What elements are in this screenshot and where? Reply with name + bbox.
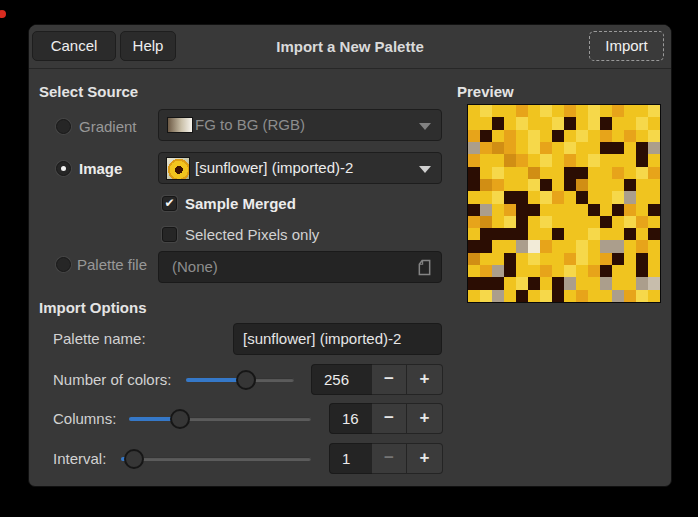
plus-button[interactable]: + — [407, 364, 443, 395]
preview-pixel — [504, 142, 516, 154]
preview-pixel — [516, 117, 528, 129]
preview-pixel — [564, 265, 576, 277]
number-of-colors-slider[interactable] — [186, 370, 294, 390]
preview-pixel — [468, 277, 480, 289]
preview-pixel — [540, 204, 552, 216]
palette-file-entry[interactable]: (None) — [158, 251, 442, 283]
slider-thumb[interactable] — [124, 449, 144, 469]
preview-pixel — [564, 240, 576, 252]
preview-pixel — [504, 265, 516, 277]
help-button[interactable]: Help — [120, 31, 176, 61]
slider-track[interactable] — [121, 457, 311, 461]
preview-pixel — [636, 167, 648, 179]
preview-pixel — [492, 216, 504, 228]
image-radio[interactable] — [56, 161, 71, 176]
preview-pixel — [468, 154, 480, 166]
gradient-select[interactable]: FG to BG (RGB) — [158, 109, 442, 141]
preview-pixel — [468, 179, 480, 191]
interval-slider[interactable] — [121, 449, 311, 469]
preview-heading: Preview — [457, 83, 514, 101]
preview-pixel — [624, 265, 636, 277]
plus-button[interactable]: + — [407, 403, 443, 434]
preview-pixel — [552, 117, 564, 129]
preview-pixel — [492, 204, 504, 216]
preview-pixel-grid — [468, 105, 660, 302]
columns-slider[interactable] — [129, 409, 311, 429]
preview-pixel — [600, 277, 612, 289]
preview-pixel — [576, 240, 588, 252]
preview-pixel — [468, 105, 480, 117]
preview-pixel — [540, 179, 552, 191]
preview-pixel — [576, 142, 588, 154]
plus-button[interactable]: + — [407, 443, 443, 474]
file-icon[interactable] — [417, 259, 432, 276]
preview-pixel — [480, 105, 492, 117]
cancel-button[interactable]: Cancel — [32, 31, 116, 61]
screen: Cancel Help Import a New Palette Import … — [0, 0, 698, 517]
preview-pixel — [612, 142, 624, 154]
preview-pixel — [588, 130, 600, 142]
preview-pixel — [636, 117, 648, 129]
columns-value[interactable]: 16 — [329, 403, 372, 434]
number-of-colors-value[interactable]: 256 — [311, 364, 372, 395]
preview-pixel — [528, 228, 540, 240]
preview-pixel — [648, 253, 660, 265]
preview-pixel — [552, 130, 564, 142]
preview-pixel — [648, 265, 660, 277]
preview-pixel — [468, 216, 480, 228]
preview-pixel — [576, 130, 588, 142]
image-select[interactable]: [sunflower] (imported)-2 — [158, 152, 442, 184]
gradient-swatch-icon — [167, 117, 193, 133]
preview-pixel — [492, 142, 504, 154]
preview-pixel — [540, 130, 552, 142]
gradient-radio[interactable] — [56, 119, 71, 134]
gradient-radio-label[interactable]: Gradient — [79, 118, 137, 136]
image-radio-label[interactable]: Image — [79, 160, 122, 178]
preview-pixel — [480, 154, 492, 166]
preview-pixel — [576, 154, 588, 166]
preview-pixel — [528, 130, 540, 142]
preview-pixel — [636, 240, 648, 252]
preview-pixel — [600, 167, 612, 179]
preview-pixel — [600, 142, 612, 154]
preview-pixel — [528, 117, 540, 129]
preview-pixel — [624, 105, 636, 117]
selected-pixels-checkbox[interactable] — [162, 227, 177, 242]
slider-thumb[interactable] — [236, 370, 256, 390]
preview-pixel — [468, 167, 480, 179]
palette-file-radio-label[interactable]: Palette file — [77, 256, 147, 274]
preview-pixel — [528, 240, 540, 252]
sample-merged-label[interactable]: Sample Merged — [185, 195, 296, 213]
selected-pixels-label[interactable]: Selected Pixels only — [185, 226, 319, 244]
preview-pixel — [648, 216, 660, 228]
preview-pixel — [552, 191, 564, 203]
palette-file-radio[interactable] — [56, 257, 71, 272]
minus-button[interactable]: − — [372, 443, 407, 474]
import-button[interactable]: Import — [589, 31, 664, 61]
preview-pixel — [600, 117, 612, 129]
preview-pixel — [576, 117, 588, 129]
preview-pixel — [480, 191, 492, 203]
slider-thumb[interactable] — [170, 409, 190, 429]
preview-pixel — [564, 204, 576, 216]
preview-pixel — [516, 265, 528, 277]
palette-name-input[interactable]: [sunflower] (imported)-2 — [233, 323, 442, 355]
preview-pixel — [504, 204, 516, 216]
preview-pixel — [564, 154, 576, 166]
preview-pixel — [552, 105, 564, 117]
preview-pixel — [552, 240, 564, 252]
preview-pixel — [588, 216, 600, 228]
interval-value[interactable]: 1 — [329, 443, 372, 474]
preview-pixel — [624, 253, 636, 265]
preview-pixel — [528, 265, 540, 277]
minus-button[interactable]: − — [372, 403, 407, 434]
preview-pixel — [600, 105, 612, 117]
minus-button[interactable]: − — [372, 364, 407, 395]
sample-merged-checkbox[interactable]: ✔ — [162, 196, 177, 211]
preview-pixel — [540, 167, 552, 179]
preview-pixel — [600, 253, 612, 265]
preview-pixel — [612, 290, 624, 302]
preview-pixel — [576, 228, 588, 240]
preview-pixel — [624, 191, 636, 203]
select-source-heading: Select Source — [39, 83, 138, 101]
